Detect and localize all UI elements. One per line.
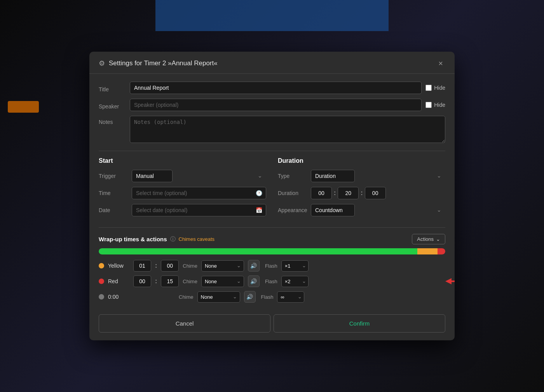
actions-button[interactable]: Actions ⌄ [412,234,445,244]
appearance-label: Appearance [278,207,307,213]
appearance-select[interactable]: Countdown Countup Clock [311,204,355,216]
dialog-footer: Cancel Confirm [89,314,455,340]
red-flash-select-wrap: ×1 ×2 ∞ [281,276,309,287]
gear-icon: ⚙ [99,59,105,68]
speaker-hide-group: Hide [425,102,445,108]
arrow-svg [445,277,455,286]
red-flash-select[interactable]: ×1 ×2 ∞ [281,276,309,287]
speaker-input-wrap [130,99,422,111]
wrapup-header: Wrap-up times & actions ⓘ Chimes caveats… [99,234,445,244]
dialog-title-group: ⚙ Settings for Timer 2 »Annual Report« [99,59,218,68]
duration-hours[interactable] [311,187,332,199]
duration-minutes[interactable] [338,187,359,199]
yellow-flash-select-wrap: ×1 ×2 ∞ [281,260,309,272]
yellow-sound-button[interactable]: 🔊 [248,260,260,272]
yellow-chime-select[interactable]: None [201,260,244,272]
dialog-overlay: ⚙ Settings for Timer 2 »Annual Report« ×… [89,52,455,340]
speaker-input[interactable] [130,99,422,111]
progress-green [99,248,417,254]
start-duration-section: Start Trigger Manual Automatic Time [99,157,445,221]
info-icon[interactable]: ⓘ [170,236,176,243]
duration-row: Duration : : [278,187,445,199]
title-hide-label: Hide [434,85,445,91]
appearance-select-wrap: Countdown Countup Clock [311,204,445,216]
zero-speaker-icon: 🔊 [246,294,253,300]
title-hide-checkbox[interactable] [425,85,432,91]
yellow-flash-label: Flash [265,263,277,269]
confirm-button[interactable]: Confirm [274,314,445,333]
type-label: Type [278,173,307,179]
settings-dialog: ⚙ Settings for Timer 2 »Annual Report« ×… [89,52,455,340]
appearance-row: Appearance Countdown Countup Clock [278,204,445,216]
time-row: Time 🕐 [99,187,266,199]
zero-chime-select[interactable]: None [197,291,240,303]
red-seconds[interactable] [161,275,179,287]
title-label: Title [99,83,130,92]
close-button[interactable]: × [436,59,445,68]
red-colon: : [155,278,157,285]
svg-marker-1 [445,278,452,284]
actions-label: Actions [417,236,434,242]
type-row: Type Duration Countdown Countup [278,170,445,182]
yellow-label: Yellow [108,263,129,269]
red-minutes[interactable] [133,275,151,287]
duration-title: Duration [278,157,445,164]
dialog-body: Title Hide Speaker Hide [89,74,455,314]
red-speaker-icon: 🔊 [250,278,257,284]
speaker-hide-checkbox[interactable] [425,102,432,108]
trigger-label: Trigger [99,173,128,179]
red-chime-select-wrap: None [201,276,244,287]
progress-bar [99,248,445,254]
divider-2 [99,227,445,228]
zero-sound-button[interactable]: 🔊 [244,291,256,303]
time-input-wrap: 🕐 [132,187,266,199]
zero-flash-select[interactable]: ×1 ×2 ∞ [277,291,304,303]
yellow-chime-select-wrap: None [201,260,244,272]
yellow-chime-label: Chime [183,263,197,269]
duration-sep-2: : [361,190,363,197]
red-row: Red : Chime None 🔊 Flash [99,275,445,287]
yellow-seconds[interactable] [161,260,179,272]
duration-section: Duration Type Duration Countdown Countup [278,157,445,221]
duration-sep-1: : [334,190,336,197]
zero-flash-label: Flash [261,294,274,300]
chimes-link[interactable]: Chimes caveats [179,236,214,242]
red-sound-button[interactable]: 🔊 [248,275,260,287]
notes-row: Notes [99,116,445,145]
wrapup-title-group: Wrap-up times & actions ⓘ Chimes caveats [99,236,214,243]
dialog-header: ⚙ Settings for Timer 2 »Annual Report« × [89,52,455,74]
time-input[interactable] [132,187,266,199]
zero-row: 0:00 Chime None 🔊 Flash ×1 [99,291,445,303]
red-label: Red [108,278,129,284]
date-label: Date [99,207,128,213]
yellow-flash-select[interactable]: ×1 ×2 ∞ [281,260,309,272]
cancel-button[interactable]: Cancel [99,314,270,333]
date-input-wrap: 📅 [132,204,266,216]
type-select[interactable]: Duration Countdown Countup [311,170,355,182]
yellow-minutes[interactable] [133,260,151,272]
title-input-wrap [130,82,422,94]
divider-1 [99,151,445,151]
duration-seconds[interactable] [365,187,386,199]
speaker-hide-label: Hide [434,102,445,108]
start-title: Start [99,157,266,164]
red-arrow-indicator [445,277,455,286]
start-section: Start Trigger Manual Automatic Time [99,157,266,221]
zero-chime-label: Chime [179,294,194,300]
yellow-row: Yellow : Chime None 🔊 Flash [99,260,445,272]
notes-label: Notes [99,116,130,125]
title-input[interactable] [130,82,422,94]
duration-fields: : : [311,187,386,199]
duration-label: Duration [278,190,307,196]
progress-red [438,248,445,254]
yellow-dot [99,263,104,268]
dialog-title: Settings for Timer 2 »Annual Report« [109,59,218,67]
red-chime-label: Chime [183,279,197,284]
gray-dot [99,294,104,300]
trigger-row: Trigger Manual Automatic [99,170,266,182]
title-hide-group: Hide [425,85,445,91]
trigger-select[interactable]: Manual Automatic [132,170,173,182]
date-input[interactable] [132,204,266,216]
red-chime-select[interactable]: None [201,276,244,287]
notes-input[interactable] [130,116,445,143]
